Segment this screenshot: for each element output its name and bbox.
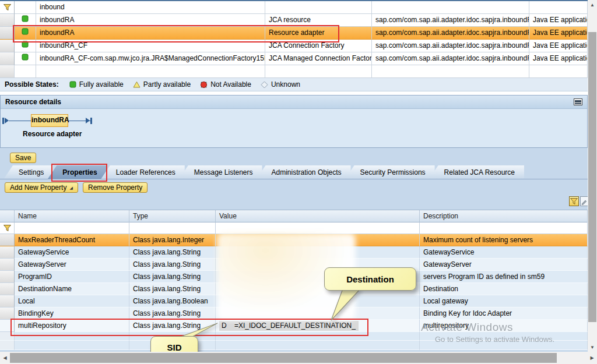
status-fully-available-icon	[22, 14, 29, 26]
resource-name-cell: inboundRA_CF-com.sap.mw.jco.jra.JRA$Mana…	[36, 52, 265, 65]
type-filter-input[interactable]	[265, 1, 372, 14]
remove-property-label: Remove Property	[88, 183, 142, 192]
application-filter-input[interactable]	[529, 1, 588, 14]
property-type-cell: Class java.lang.String	[129, 259, 216, 271]
legend-items: Fully availablePartly availableNot Avail…	[69, 80, 310, 89]
name-filter-input[interactable]: inbound	[36, 1, 265, 14]
name-filter-input[interactable]	[15, 222, 129, 234]
destination-callout: Destination	[324, 267, 416, 291]
property-name-cell: MaxReaderThreadCount	[15, 234, 129, 246]
gray-diamond-icon	[261, 81, 268, 89]
column-header-description[interactable]: Description	[420, 210, 588, 222]
diagram-start-bar	[2, 118, 4, 124]
remove-property-button[interactable]: Remove Property	[83, 182, 148, 193]
property-description-cell: Maximum count of listening servers	[420, 234, 588, 246]
vertical-scroll-thumb[interactable]	[588, 32, 596, 322]
tab-settings[interactable]: Settings	[3, 165, 53, 179]
tab-message-listeners[interactable]: Message Listeners	[179, 165, 262, 179]
destination-callout-label: Destination	[346, 274, 394, 284]
row-selector[interactable]	[0, 246, 15, 259]
yellow-triangle-icon	[133, 81, 141, 88]
resource-application-cell: Java EE application	[529, 27, 588, 40]
sap-netweaver-admin-page: inbound inboundRAJCA resourcesap.com/com…	[0, 0, 597, 364]
column-header-name[interactable]: Name	[15, 210, 129, 222]
row-selector[interactable]	[0, 308, 15, 320]
description-filter-input[interactable]	[420, 222, 588, 234]
property-type-cell: Class java.lang.String	[129, 283, 216, 295]
resource-diagram: inboundRA Resource adapter	[1, 109, 587, 147]
scroll-left-arrow[interactable]: ◀	[0, 352, 10, 364]
row-selector[interactable]	[0, 283, 15, 295]
scroll-up-arrow[interactable]: ▲	[588, 0, 597, 9]
legend-item-label: Not Available	[210, 80, 251, 89]
add-new-property-button[interactable]: Add New Property◢	[5, 182, 78, 193]
legend-item-yellow-triangle: Partly available	[133, 80, 191, 89]
row-selector[interactable]	[0, 295, 15, 308]
property-name-cell: DestinationName	[15, 283, 129, 295]
table-filter-button[interactable]	[569, 196, 579, 206]
filter-funnel-icon	[570, 197, 578, 206]
legend-item-green-square: Fully available	[69, 80, 124, 89]
legend-item-label: Fully available	[79, 80, 124, 89]
resource-reference-cell: sap.com/com.sap.aii.adapter.idoc.sapjra.…	[372, 27, 529, 40]
filter-funnel-icon[interactable]	[0, 222, 15, 234]
annotation-properties-tab-box	[51, 164, 107, 182]
resource-node[interactable]: inboundRA	[31, 114, 68, 127]
diagram-end-arrow-icon	[86, 118, 90, 123]
resource-application-cell: Java EE application	[529, 52, 588, 65]
reference-filter-input[interactable]	[372, 1, 529, 14]
property-type-cell: Class java.lang.String	[129, 271, 216, 283]
tab-loader-references[interactable]: Loader References	[101, 165, 185, 179]
panel-menu-icon[interactable]	[574, 98, 582, 105]
property-type-cell: Class java.lang.String	[129, 246, 216, 259]
diagram-start-arrow-icon	[5, 118, 9, 123]
horizontal-scrollbar[interactable]: ◀ ▶	[0, 352, 597, 364]
legend-item-red-circle: Not Available	[200, 80, 251, 89]
row-selector[interactable]	[0, 52, 15, 65]
sid-callout-label: SID	[167, 342, 181, 352]
diagram-end-bar	[90, 118, 92, 124]
column-header-value[interactable]: Value	[216, 210, 420, 222]
resource-reference-cell: sap.com/com.sap.aii.adapter.idoc.sapjra.…	[372, 40, 529, 52]
property-description-cell: Local gateway	[420, 295, 588, 308]
column-header-type[interactable]: Type	[129, 210, 216, 222]
property-description-cell: GatewayServer	[420, 259, 588, 271]
property-type-cell: Class java.lang.String	[129, 308, 216, 320]
scroll-right-arrow[interactable]: ▶	[587, 352, 597, 364]
status-fully-available-icon	[22, 52, 29, 65]
horizontal-scroll-thumb[interactable]	[10, 353, 557, 363]
vertical-scrollbar[interactable]: ▲ ▼	[588, 0, 597, 352]
tab-related-jca-resource[interactable]: Related JCA Resource	[429, 165, 524, 179]
filter-status-cell[interactable]	[15, 1, 36, 14]
resource-node-caption: Resource adapter	[23, 130, 82, 138]
legend-item-label: Unknown	[271, 80, 300, 89]
filter-funnel-icon[interactable]	[0, 1, 15, 14]
legend-item-gray-diamond: Unknown	[261, 80, 300, 89]
possible-states-legend: Possible States: Fully availablePartly a…	[0, 78, 588, 91]
resource-application-cell: Java EE application	[529, 14, 588, 27]
row-selector[interactable]	[0, 259, 15, 271]
row-selector[interactable]	[0, 271, 15, 283]
property-name-cell: GatewayServer	[15, 259, 129, 271]
scroll-down-arrow[interactable]: ▼	[588, 342, 597, 352]
legend-item-label: Partly available	[143, 80, 191, 89]
resource-application-cell: Java EE application	[529, 40, 588, 52]
resource-row[interactable]: inboundRA_CF-com.sap.mw.jco.jra.JRA$Mana…	[0, 52, 588, 65]
annotation-selected-resource-box	[13, 25, 339, 43]
save-button[interactable]: Save	[10, 153, 36, 163]
row-selector[interactable]	[0, 234, 15, 246]
properties-filter-row	[0, 222, 588, 234]
save-button-label: Save	[15, 154, 31, 162]
properties-table-header: Name Type Value Description	[0, 210, 588, 222]
property-name-cell: ProgramID	[15, 271, 129, 283]
property-type-cell: Class java.lang.Integer	[129, 234, 216, 246]
resources-filter-row: inbound	[0, 1, 588, 14]
tab-security-permissions[interactable]: Security Permissions	[345, 165, 435, 179]
table-personalize-button[interactable]	[580, 196, 588, 206]
resource-reference-cell: sap.com/com.sap.aii.adapter.idoc.sapjra.…	[372, 52, 529, 65]
tab-administration-objects[interactable]: Administration Objects	[257, 165, 351, 179]
resource-details-panel: Resource details inboundRA Resource adap…	[0, 95, 588, 148]
panel-title: Resource details	[5, 98, 61, 106]
type-filter-input[interactable]	[129, 222, 216, 234]
value-filter-input[interactable]	[216, 222, 420, 234]
